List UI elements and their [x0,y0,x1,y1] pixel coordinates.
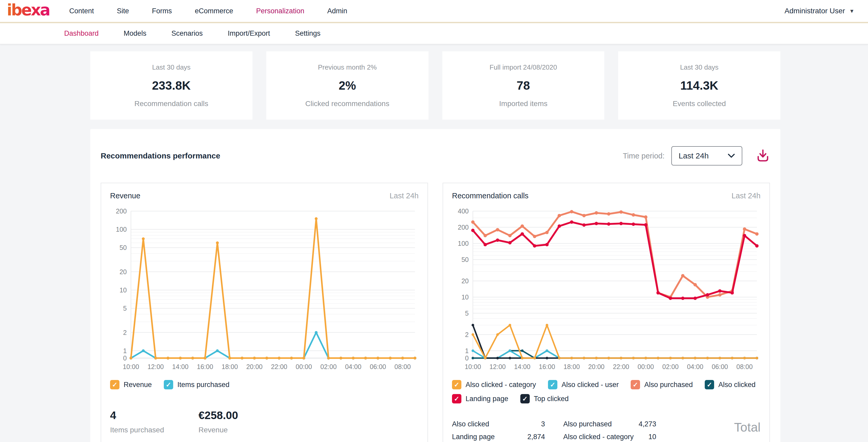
chevron-down-icon [728,154,735,158]
nav-item-site[interactable]: Site [117,7,129,15]
stat-value: 78 [517,78,530,93]
stat-period: Full import 24/08/2020 [490,63,557,71]
svg-text:0: 0 [465,354,469,362]
legend-item-top-clicked[interactable]: ✓ Top clicked [520,394,569,403]
svg-text:14:00: 14:00 [514,363,530,370]
summary-items-purchased: 4 Items purchased [110,409,164,434]
legend-item-also-clicked-user[interactable]: ✓ Also clicked - user [548,380,619,389]
summary-value: 3 [541,420,545,428]
summary-revenue: €258.00 Revenue [198,409,238,434]
legend-label: Top clicked [534,395,569,403]
revenue-summary: 4 Items purchased €258.00 Revenue [110,409,418,434]
nav-item-forms[interactable]: Forms [152,7,172,15]
summary-value: 10 [648,433,656,441]
svg-text:02:00: 02:00 [320,363,337,370]
time-period-label: Time period: [623,152,664,160]
legend-item-revenue[interactable]: ✓ Revenue [110,380,152,389]
stat-label: Recommendation calls [134,100,208,108]
user-menu[interactable]: Administrator User ▾ [784,7,854,15]
subnav-item-models[interactable]: Models [124,29,146,37]
subnav-item-dashboard[interactable]: Dashboard [64,29,99,37]
stat-card-events-collected: Last 30 days 114.3K Events collected [618,52,780,120]
svg-text:00:00: 00:00 [296,363,312,370]
nav-item-personalization[interactable]: Personalization [256,7,304,15]
chart-title: Recommendation calls [452,192,528,200]
svg-text:08:00: 08:00 [736,363,753,370]
nav-item-content[interactable]: Content [69,7,94,15]
svg-text:0: 0 [123,354,127,362]
checkbox-checked-icon[interactable]: ✓ [452,380,461,389]
svg-text:100: 100 [458,240,469,247]
stat-cards-row: Last 30 days 233.8K Recommendation calls… [90,52,780,120]
summary-value: 4 [110,409,164,422]
svg-text:10: 10 [120,286,127,294]
legend-item-also-purchased[interactable]: ✓ Also purchased [631,380,693,389]
revenue-chart-panel: Revenue Last 24h 200100502010521010:0012… [101,183,428,442]
legend-item-also-clicked[interactable]: ✓ Also clicked [705,380,755,389]
chart-title: Revenue [110,192,140,200]
subnav-item-settings[interactable]: Settings [295,29,320,37]
nav-item-admin[interactable]: Admin [327,7,347,15]
checkbox-checked-icon[interactable]: ✓ [164,380,173,389]
nav-item-ecommerce[interactable]: eCommerce [195,7,233,15]
svg-text:02:00: 02:00 [662,363,679,370]
stat-value: 114.3K [680,78,718,93]
charts-row: Revenue Last 24h 200100502010521010:0012… [101,183,770,442]
chart-range: Last 24h [390,192,418,200]
svg-text:20:00: 20:00 [588,363,604,370]
time-period-control: Time period: Last 24h [623,146,770,166]
svg-text:04:00: 04:00 [687,363,704,370]
stat-period: Last 30 days [680,63,718,71]
svg-text:06:00: 06:00 [370,363,386,370]
summary-row: Also clicked 3 [452,420,545,428]
stat-label: Imported items [499,100,548,108]
subnav-item-import-export[interactable]: Import/Export [228,29,270,37]
stat-label: Events collected [673,100,726,108]
main-header: ibexa Content Site Forms eCommerce Perso… [0,0,868,22]
svg-text:200: 200 [458,224,469,231]
svg-text:2: 2 [465,331,469,338]
summary-column-1: Also clicked 3 Landing page 2,874 Also c… [452,420,545,442]
main-nav: Content Site Forms eCommerce Personaliza… [69,7,347,15]
download-icon [756,148,770,163]
download-button[interactable] [756,148,770,163]
svg-text:18:00: 18:00 [222,363,238,370]
legend-label: Also clicked [718,381,755,389]
recommendation-calls-chart-panel: Recommendation calls Last 24h 4002001005… [443,183,770,442]
section-title: Recommendations performance [101,151,220,160]
summary-row: Landing page 2,874 [452,433,545,441]
svg-text:08:00: 08:00 [394,363,411,370]
stat-period: Last 30 days [152,63,190,71]
chart-range: Last 24h [732,192,761,200]
summary-label: Items purchased [110,426,164,434]
legend-item-also-clicked-category[interactable]: ✓ Also clicked - category [452,380,536,389]
svg-text:20: 20 [461,277,469,284]
ibexa-logo: ibexa [7,1,49,21]
stat-card-recommendation-calls: Last 30 days 233.8K Recommendation calls [90,52,252,120]
svg-text:12:00: 12:00 [147,363,164,370]
summary-label: Landing page [452,433,495,441]
svg-text:2: 2 [123,329,127,336]
summary-label: Also clicked - category [563,433,634,441]
revenue-legend: ✓ Revenue ✓ Items purchased [110,380,418,389]
svg-text:10:00: 10:00 [465,363,481,370]
summary-row: Also purchased 4,273 [563,420,656,428]
svg-text:00:00: 00:00 [638,363,654,370]
checkbox-checked-icon[interactable]: ✓ [452,394,461,403]
stat-card-imported-items: Full import 24/08/2020 78 Imported items [442,52,604,120]
legend-item-landing-page[interactable]: ✓ Landing page [452,394,508,403]
checkbox-checked-icon[interactable]: ✓ [110,380,120,389]
subnav-item-scenarios[interactable]: Scenarios [172,29,203,37]
checkbox-checked-icon[interactable]: ✓ [548,380,557,389]
svg-text:5: 5 [123,305,127,312]
recommendations-performance-section: Recommendations performance Time period:… [90,129,780,442]
legend-item-items-purchased[interactable]: ✓ Items purchased [164,380,229,389]
checkbox-checked-icon[interactable]: ✓ [705,380,714,389]
summary-column-2: Also purchased 4,273 Also clicked - cate… [563,420,656,442]
checkbox-checked-icon[interactable]: ✓ [520,394,530,403]
time-period-value: Last 24h [679,151,709,160]
svg-text:10:00: 10:00 [123,363,139,370]
time-period-select[interactable]: Last 24h [671,146,742,166]
checkbox-checked-icon[interactable]: ✓ [631,380,640,389]
summary-value: 4,273 [639,420,656,428]
